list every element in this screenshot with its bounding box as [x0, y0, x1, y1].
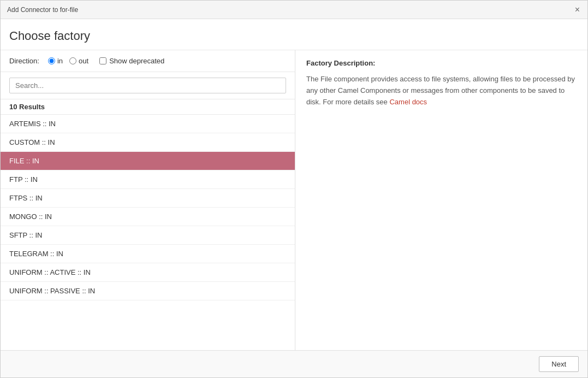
show-deprecated-option[interactable]: Show deprecated: [99, 57, 164, 65]
list-item[interactable]: SFTP :: IN: [1, 226, 295, 245]
dialog-footer: Next: [1, 350, 587, 377]
list-item[interactable]: FTP :: IN: [1, 170, 295, 189]
radio-out-label: out: [79, 57, 88, 65]
radio-in-label: in: [57, 57, 63, 65]
right-panel: Factory Description: The File component …: [295, 50, 587, 350]
dialog-titlebar: Add Connector to for-file ×: [1, 1, 587, 19]
list-item[interactable]: FILE :: IN: [1, 152, 295, 170]
camel-docs-link[interactable]: Camel docs: [389, 98, 427, 106]
radio-out-input[interactable]: [69, 57, 76, 64]
list-item[interactable]: MONGO :: IN: [1, 208, 295, 226]
show-deprecated-checkbox[interactable]: [99, 57, 106, 64]
radio-in[interactable]: in: [48, 57, 63, 65]
search-input[interactable]: [9, 78, 286, 93]
direction-row: Direction: in out Show deprecated: [1, 50, 295, 72]
factory-description-label: Factory Description:: [306, 59, 577, 67]
factory-description-text: The File component provides access to fi…: [306, 74, 577, 108]
search-row: [1, 72, 295, 99]
show-deprecated-label: Show deprecated: [109, 57, 164, 65]
list-item[interactable]: TELEGRAM :: IN: [1, 245, 295, 263]
radio-in-input[interactable]: [48, 57, 55, 64]
list-item[interactable]: UNIFORM :: ACTIVE :: IN: [1, 263, 295, 282]
next-button[interactable]: Next: [539, 356, 579, 372]
left-panel: Direction: in out Show deprecated: [1, 50, 295, 350]
list-item[interactable]: CUSTOM :: IN: [1, 133, 295, 152]
results-count: 10 Results: [1, 99, 295, 115]
factory-description-body: The File component provides access to fi…: [306, 75, 575, 106]
list-container: ARTEMIS :: INCUSTOM :: INFILE :: INFTP :…: [1, 115, 295, 350]
dialog: Add Connector to for-file × Choose facto…: [0, 0, 588, 378]
list-item[interactable]: UNIFORM :: PASSIVE :: IN: [1, 282, 295, 300]
close-button[interactable]: ×: [574, 5, 581, 14]
content-area: Direction: in out Show deprecated: [1, 50, 587, 350]
list-item[interactable]: FTPS :: IN: [1, 189, 295, 208]
direction-label: Direction:: [9, 57, 39, 65]
dialog-title: Add Connector to for-file: [7, 6, 78, 14]
page-heading: Choose factory: [1, 19, 587, 50]
list-item[interactable]: ARTEMIS :: IN: [1, 115, 295, 133]
dialog-body: Choose factory Direction: in out: [1, 19, 587, 350]
radio-out[interactable]: out: [69, 57, 88, 65]
